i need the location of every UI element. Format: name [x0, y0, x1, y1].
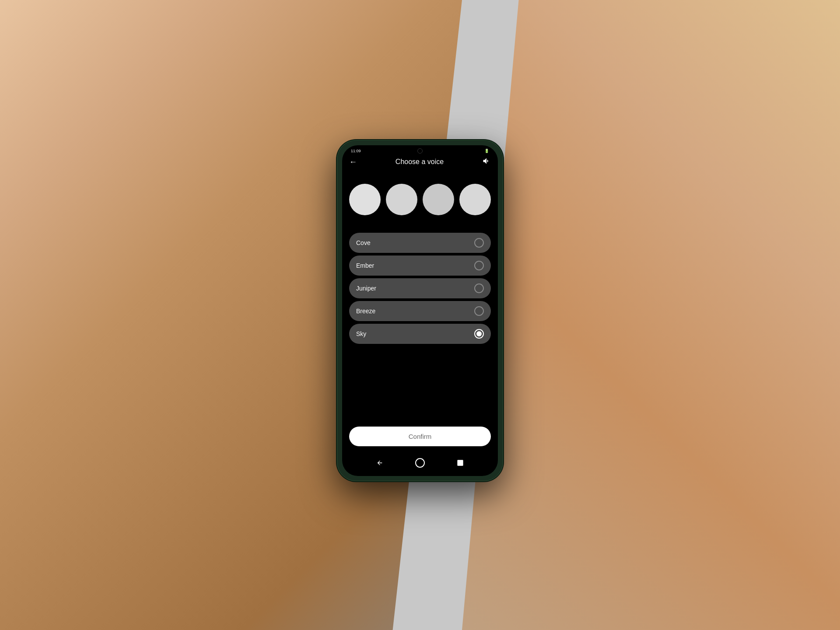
voice-avatar-4[interactable] — [459, 184, 491, 215]
voice-option-cove[interactable]: Cove — [349, 233, 491, 253]
voice-option-sky[interactable]: Sky — [349, 324, 491, 344]
voice-option-breeze[interactable]: Breeze — [349, 301, 491, 321]
radio-breeze[interactable] — [474, 306, 484, 316]
voice-label-sky: Sky — [356, 330, 366, 337]
svg-rect-0 — [457, 460, 463, 466]
status-time: 11:09 — [351, 149, 361, 153]
voice-label-breeze: Breeze — [356, 308, 375, 315]
camera-notch — [417, 148, 423, 154]
nav-back-button[interactable] — [372, 455, 388, 471]
status-bar: 11:09 🔋 — [342, 145, 498, 155]
voice-options-list: Cove Ember Juniper Breeze Sky — [342, 233, 498, 420]
phone-screen: 11:09 🔋 ← Choose a voice — [342, 145, 498, 476]
radio-sky[interactable] — [474, 329, 484, 339]
confirm-section: Confirm — [342, 420, 498, 452]
status-icons: 🔋 — [484, 149, 489, 153]
top-app-bar: ← Choose a voice — [342, 155, 498, 171]
hand-background-right — [462, 0, 840, 630]
radio-juniper[interactable] — [474, 284, 484, 293]
radio-ember[interactable] — [474, 261, 484, 270]
volume-button[interactable] — [482, 157, 491, 167]
voice-label-juniper: Juniper — [356, 285, 376, 292]
back-button[interactable]: ← — [349, 158, 357, 167]
voice-label-ember: Ember — [356, 262, 374, 269]
screen-title: Choose a voice — [396, 158, 444, 166]
voice-option-juniper[interactable]: Juniper — [349, 278, 491, 298]
navigation-bar — [342, 452, 498, 476]
radio-cove[interactable] — [474, 238, 484, 248]
nav-home-button[interactable] — [412, 455, 428, 471]
confirm-button[interactable]: Confirm — [349, 427, 491, 446]
battery-icon: 🔋 — [484, 149, 489, 153]
voice-option-ember[interactable]: Ember — [349, 256, 491, 276]
voice-avatar-2[interactable] — [386, 184, 417, 215]
voice-label-cove: Cove — [356, 239, 371, 246]
nav-recents-button[interactable] — [452, 455, 468, 471]
phone-device: 11:09 🔋 ← Choose a voice — [337, 140, 503, 481]
voice-avatar-row — [342, 171, 498, 233]
voice-avatar-1[interactable] — [349, 184, 381, 215]
voice-avatar-3[interactable] — [423, 184, 454, 215]
